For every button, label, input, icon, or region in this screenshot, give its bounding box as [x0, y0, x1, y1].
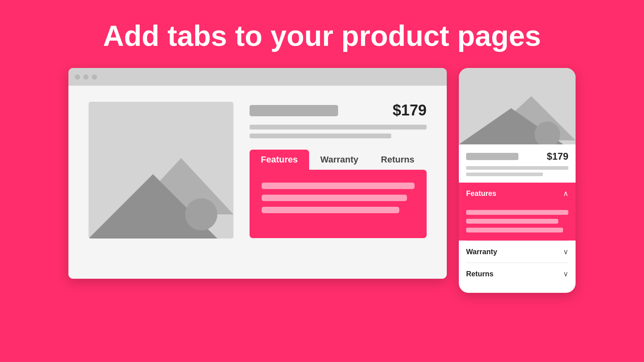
acc-content-bar-2 — [466, 219, 558, 224]
desc-bar-1 — [250, 125, 427, 130]
accordion-features-header[interactable]: Features ∧ — [459, 183, 576, 204]
tab-warranty[interactable]: Warranty — [309, 150, 370, 170]
browser-bar — [68, 68, 447, 86]
mockups-container: $179 Features Warranty Returns — [68, 68, 576, 293]
mobile-mockup: $179 Features ∧ Warranty ∨ — [459, 68, 576, 293]
desktop-product-price: $179 — [392, 102, 427, 119]
browser-dot-1 — [75, 74, 80, 80]
mobile-title-bar — [466, 153, 518, 160]
accordion-returns-header[interactable]: Returns ∨ — [459, 263, 576, 285]
desktop-title-row: $179 — [250, 102, 427, 119]
browser-dot-3 — [92, 74, 97, 80]
accordion-features-body — [459, 204, 576, 241]
content-bar-1 — [262, 183, 415, 189]
tab-content-area — [250, 170, 427, 238]
tab-headers: Features Warranty Returns — [250, 150, 427, 170]
mobile-desc-bars — [466, 166, 568, 176]
accordion-returns-icon: ∨ — [563, 269, 568, 278]
content-bar-2 — [262, 195, 407, 201]
accordion-warranty-label: Warranty — [466, 248, 497, 256]
acc-content-bar-3 — [466, 228, 563, 232]
svg-point-3 — [185, 198, 217, 230]
accordion-warranty-icon: ∨ — [563, 247, 568, 256]
accordion-returns-label: Returns — [466, 270, 493, 278]
mobile-desc-bar-1 — [466, 166, 568, 170]
mobile-product-info: $179 — [459, 144, 576, 176]
browser-dot-2 — [83, 74, 89, 80]
accordion-warranty: Warranty ∨ — [459, 241, 576, 263]
desktop-product-title-bar — [250, 105, 338, 116]
accordion-features-label: Features — [466, 189, 496, 198]
accordion-features-icon: ∧ — [563, 189, 568, 198]
accordion-warranty-header[interactable]: Warranty ∨ — [459, 241, 576, 263]
desktop-desc-bars — [250, 125, 427, 138]
content-bar-3 — [262, 207, 399, 213]
mobile-product-price: $179 — [547, 151, 568, 162]
accordion-features: Features ∧ — [459, 183, 576, 241]
acc-content-bar-1 — [466, 210, 568, 215]
mobile-desc-bar-2 — [466, 173, 543, 176]
desktop-tabs: Features Warranty Returns — [250, 150, 427, 238]
mobile-title-row: $179 — [466, 151, 568, 162]
tab-returns[interactable]: Returns — [369, 150, 425, 170]
desc-bar-2 — [250, 134, 391, 138]
desktop-mockup: $179 Features Warranty Returns — [68, 68, 447, 279]
mobile-product-image — [459, 68, 576, 144]
page-headline: Add tabs to your product pages — [103, 20, 541, 52]
browser-content: $179 Features Warranty Returns — [68, 86, 447, 279]
accordion-returns: Returns ∨ — [459, 263, 576, 285]
desktop-product-info: $179 Features Warranty Returns — [250, 102, 427, 259]
desktop-product-image — [89, 102, 233, 239]
tab-features[interactable]: Features — [250, 150, 309, 170]
